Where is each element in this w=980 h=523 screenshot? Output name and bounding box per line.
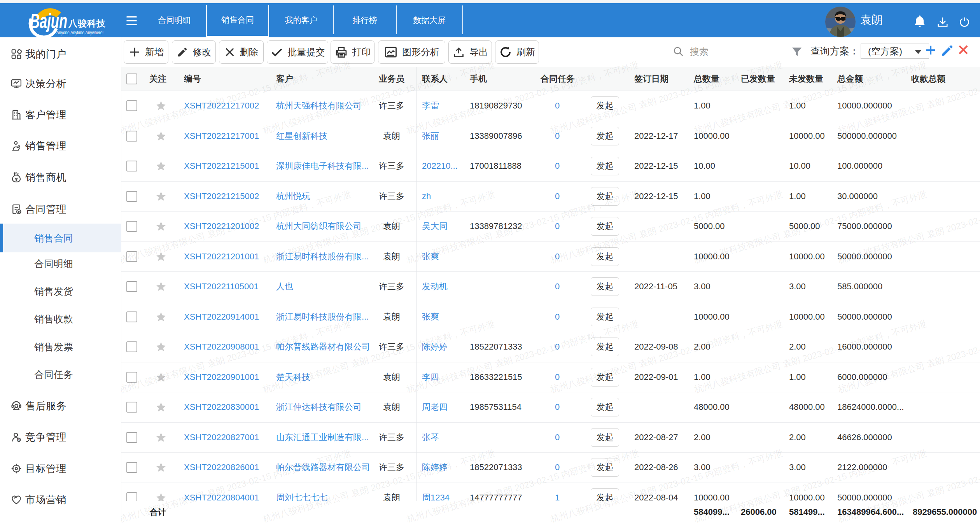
svg-text:八骏科技: 八骏科技 — [68, 18, 106, 28]
svg-text:Anyone,Anytime,Anywhere!: Anyone,Anytime,Anywhere! — [56, 30, 103, 35]
svg-text:vs: vs — [18, 439, 20, 441]
svg-text:Bajun: Bajun — [30, 10, 67, 32]
